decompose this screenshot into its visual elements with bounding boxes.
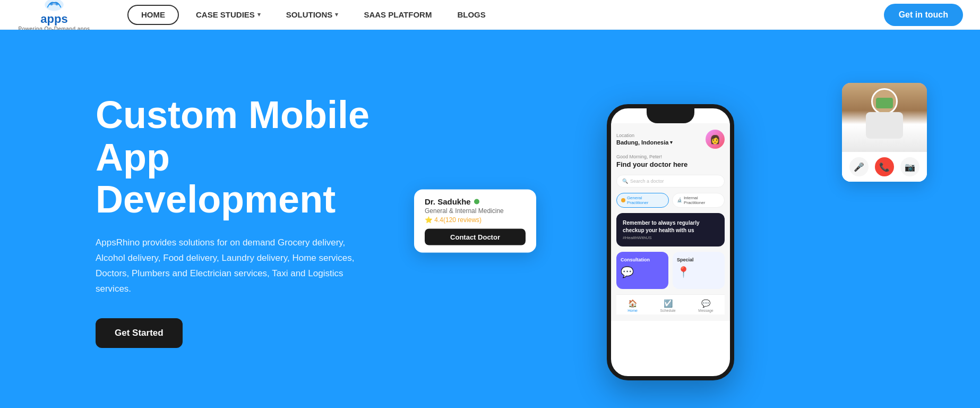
phone-cards: Consultation 💬 Special 📍 [616, 252, 725, 289]
chevron-down-icon: ▾ [670, 140, 673, 145]
search-icon: 🔍 [622, 178, 628, 184]
hero-description: AppsRhino provides solutions for on dema… [96, 235, 361, 297]
phone-greeting: Good Morning, Peter! [616, 154, 725, 159]
nav-item-home[interactable]: HOME [127, 5, 179, 25]
phone-location-name: Badung, Indonesia ▾ [616, 139, 673, 146]
carousel-dot-2[interactable] [663, 364, 668, 370]
logo[interactable]: apps Powering On-Demand apps [17, 0, 91, 32]
end-call-icon: 📞 [879, 162, 890, 172]
phone-banner-hashtag: #HealthWithUS [623, 235, 718, 240]
svg-point-0 [45, 0, 63, 11]
nav-links: HOME CASE STUDIES ▾ SOLUTIONS ▾ SAAS PLA… [123, 0, 884, 30]
carousel-dot-4[interactable] [682, 364, 687, 370]
doctor-video [842, 83, 927, 152]
navbar: apps Powering On-Demand apps HOME CASE S… [0, 0, 980, 30]
phone-location-label: Location [616, 133, 673, 138]
phone-nav-home[interactable]: 🏠 Home [627, 299, 638, 312]
doctor-mask [876, 98, 893, 108]
phone-card-special[interactable]: Special 📍 [673, 252, 725, 289]
phone-banner-title: Remember to always regularly checkup you… [623, 219, 718, 234]
mute-icon: 🎤 [854, 162, 864, 172]
hero-section: Custom Mobile App Development AppsRhino … [0, 30, 980, 408]
video-card: 🎤 📞 📷 [842, 83, 927, 182]
phone-card-consultation-label: Consultation [621, 257, 650, 262]
nav-item-solutions[interactable]: SOLUTIONS ▾ [273, 0, 351, 30]
online-indicator [474, 199, 479, 204]
phone-bottom-nav: 🏠 Home ☑️ Schedule 💬 Message [616, 294, 725, 314]
phone-avatar: 👩 [706, 130, 725, 149]
phone-mockup: Location Badung, Indonesia ▾ 👩 Good Morn… [607, 104, 734, 380]
doctor-specialty: General & Internal Medicine [425, 207, 526, 215]
mute-button[interactable]: 🎤 [849, 157, 869, 176]
phone-notch [647, 108, 694, 123]
phone-headline: Find your doctor here [616, 160, 725, 169]
message-icon: 💬 [701, 299, 710, 308]
phone-location-row: Location Badung, Indonesia ▾ 👩 [616, 130, 725, 149]
chevron-down-icon: ▾ [335, 11, 338, 18]
phone-card-special-label: Special [677, 257, 694, 262]
get-started-button[interactable]: Get Started [96, 318, 183, 348]
nav-item-case-studies[interactable]: CASE STUDIES ▾ [183, 0, 273, 30]
phone-screen: Location Badung, Indonesia ▾ 👩 Good Morn… [611, 123, 730, 321]
hero-content: Custom Mobile App Development AppsRhino … [96, 94, 403, 347]
phone-area: Dr. Sadukhe General & Internal Medicine … [403, 62, 938, 380]
doctor-coat [866, 112, 903, 139]
phone-search-placeholder: Search a doctor [630, 178, 664, 184]
phone-tab-internal[interactable]: 🔬 Internal Practitioner [672, 193, 725, 208]
special-icon: 📍 [677, 266, 690, 278]
nav-item-blogs[interactable]: BLOGS [444, 0, 498, 30]
phone-nav-schedule[interactable]: ☑️ Schedule [660, 299, 676, 312]
end-call-button[interactable]: 📞 [875, 157, 894, 176]
video-button[interactable]: 📷 [900, 157, 919, 176]
contact-doctor-button[interactable]: Contact Doctor [425, 229, 526, 245]
phone-tab-general[interactable]: General Practitioner [616, 193, 669, 208]
consultation-icon: 💬 [621, 266, 634, 278]
phone-search[interactable]: 🔍 Search a doctor [616, 175, 725, 188]
get-in-touch-button[interactable]: Get in touch [884, 4, 963, 26]
phone-banner: Remember to always regularly checkup you… [616, 213, 725, 246]
chevron-down-icon: ▾ [257, 11, 261, 18]
phone-card-consultation[interactable]: Consultation 💬 [616, 252, 668, 289]
phone-nav-message[interactable]: 💬 Message [698, 299, 713, 312]
video-feed [842, 83, 927, 152]
rhino-icon [44, 0, 64, 12]
call-controls: 🎤 📞 📷 [842, 152, 927, 182]
carousel-dot-3[interactable] [673, 364, 678, 370]
video-icon: 📷 [905, 162, 915, 172]
schedule-icon: ☑️ [664, 299, 673, 308]
nav-item-saas-platform[interactable]: SAAS PLATFORM [351, 0, 444, 30]
carousel-dot-1[interactable] [654, 364, 659, 370]
hero-title: Custom Mobile App Development [96, 94, 403, 220]
home-icon: 🏠 [628, 299, 637, 308]
carousel-dots [654, 364, 687, 370]
phone-tabs: General Practitioner 🔬 Internal Practiti… [616, 193, 725, 208]
logo-app-text: apps [40, 12, 67, 26]
doctor-name: Dr. Sadukhe [425, 197, 526, 206]
phone-location-info: Location Badung, Indonesia ▾ [616, 133, 673, 146]
doctor-card: Dr. Sadukhe General & Internal Medicine … [414, 190, 536, 253]
doctor-rating: ⭐ 4.4(120 reviews) [425, 216, 526, 224]
